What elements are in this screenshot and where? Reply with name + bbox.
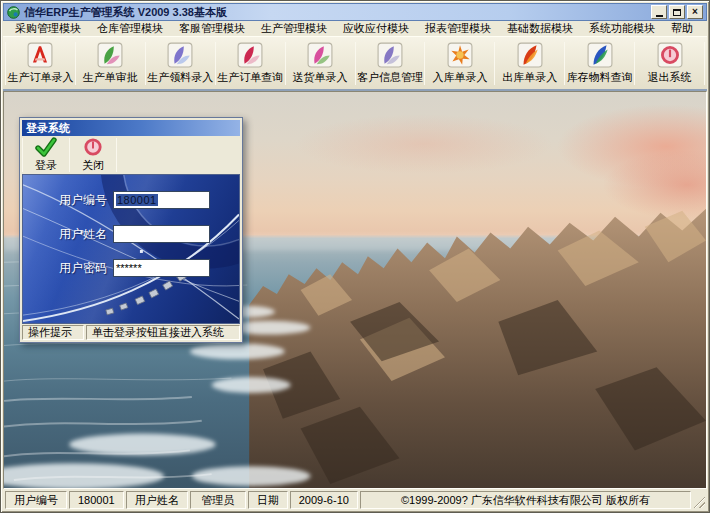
hint-label: 操作提示 bbox=[22, 325, 84, 340]
status-user-id-label: 用户编号 bbox=[5, 491, 67, 509]
resize-grip[interactable] bbox=[692, 495, 705, 508]
password-label: 用户密码 bbox=[59, 260, 109, 277]
window-controls: × bbox=[651, 5, 703, 19]
status-date-value: 2009-6-10 bbox=[290, 491, 358, 509]
toolbar-button-label: 入库单录入 bbox=[432, 70, 487, 85]
toolbar-button-label: 送货单录入 bbox=[293, 70, 348, 85]
status-user-name-label: 用户姓名 bbox=[126, 491, 188, 509]
menubar: 采购管理模块 仓库管理模块 客服管理模块 生产管理模块 应收应付模块 报表管理模… bbox=[3, 21, 707, 36]
lily-icon bbox=[237, 42, 263, 68]
client-area: 登录系统 登录 关闭 bbox=[3, 91, 707, 489]
password-input[interactable] bbox=[113, 259, 210, 277]
close-dialog-button-label: 关闭 bbox=[82, 158, 104, 173]
toolbar-button-delivery-note-entry[interactable]: 送货单录入 bbox=[286, 38, 355, 89]
titlebar: 信华ERP生产管理系统 V2009 3.38基本版 × bbox=[3, 3, 707, 21]
toolbar-button-label: 客户信息管理 bbox=[357, 70, 423, 85]
copyright-text: ©1999-2009? 广东信华软件科技有限公司 版权所有 bbox=[360, 491, 691, 509]
user-name-label: 用户姓名 bbox=[59, 226, 109, 243]
burst-icon bbox=[447, 42, 473, 68]
menu-item-customer-service[interactable]: 客服管理模块 bbox=[171, 20, 253, 37]
flower-icon bbox=[97, 42, 123, 68]
toolbar-button-label: 退出系统 bbox=[648, 70, 692, 85]
menu-item-base-data[interactable]: 基础数据模块 bbox=[499, 20, 581, 37]
toolbar-button-production-order-entry[interactable]: 生产订单录入 bbox=[6, 38, 75, 89]
login-button[interactable]: 登录 bbox=[23, 136, 69, 174]
toolbar-button-label: 生产订单查询 bbox=[217, 70, 283, 85]
hint-text: 单击登录按钮直接进入系统 bbox=[86, 325, 240, 340]
toolbar-button-material-issue-entry[interactable]: 生产领料录入 bbox=[146, 38, 215, 89]
power-icon bbox=[657, 42, 683, 68]
toolbar-button-label: 生产订单录入 bbox=[7, 70, 73, 85]
menu-item-system[interactable]: 系统功能模块 bbox=[581, 20, 663, 37]
user-name-input[interactable] bbox=[113, 225, 210, 243]
toolbar-button-label: 生产单审批 bbox=[83, 70, 138, 85]
statusbar: 用户编号 180001 用户姓名 管理员 日期 2009-6-10 ©1999-… bbox=[3, 489, 707, 510]
close-button[interactable]: × bbox=[687, 5, 703, 19]
login-dialog-body: 用户编号 180001 用户姓名 用户密码 bbox=[22, 174, 240, 324]
user-id-selected-text: 180001 bbox=[116, 194, 158, 206]
toolbar-button-label: 库存物料查询 bbox=[567, 70, 633, 85]
user-id-input[interactable]: 180001 bbox=[113, 191, 210, 209]
close-icon: × bbox=[692, 7, 698, 17]
login-dialog-toolbar: 登录 关闭 bbox=[22, 136, 240, 174]
toolbar-button-customer-info-management[interactable]: 客户信息管理 bbox=[356, 38, 425, 89]
flower-icon bbox=[377, 42, 403, 68]
user-id-label: 用户编号 bbox=[59, 192, 109, 209]
flower-icon bbox=[307, 42, 333, 68]
menu-item-production[interactable]: 生产管理模块 bbox=[253, 20, 335, 37]
feather-icon bbox=[587, 42, 613, 68]
status-date-label: 日期 bbox=[248, 491, 288, 509]
app-window: 信华ERP生产管理系统 V2009 3.38基本版 × 采购管理模块 仓库管理模… bbox=[0, 0, 710, 513]
menu-item-help[interactable]: 帮助 bbox=[663, 20, 701, 37]
login-dialog-statusbar: 操作提示 单击登录按钮直接进入系统 bbox=[22, 324, 240, 340]
app-icon bbox=[7, 6, 20, 19]
separator bbox=[116, 138, 117, 172]
check-icon bbox=[35, 137, 57, 157]
toolbar-button-exit-system[interactable]: 退出系统 bbox=[635, 38, 704, 89]
toolbar-button-production-order-query[interactable]: 生产订单查询 bbox=[216, 38, 285, 89]
window-title: 信华ERP生产管理系统 V2009 3.38基本版 bbox=[24, 5, 227, 20]
toolbar: 生产订单录入 生产单审批 生产领料录入 bbox=[3, 36, 707, 91]
login-dialog: 登录系统 登录 关闭 bbox=[19, 117, 243, 343]
power-icon bbox=[82, 137, 104, 157]
status-user-name-value: 管理员 bbox=[190, 491, 246, 509]
maximize-button[interactable] bbox=[669, 5, 685, 19]
maximize-icon bbox=[673, 9, 681, 16]
user-id-row: 用户编号 180001 bbox=[23, 191, 239, 209]
login-dialog-titlebar: 登录系统 bbox=[22, 120, 240, 136]
toolbar-button-inbound-entry[interactable]: 入库单录入 bbox=[425, 38, 494, 89]
menu-item-warehouse[interactable]: 仓库管理模块 bbox=[89, 20, 171, 37]
feather-icon bbox=[517, 42, 543, 68]
minimize-button[interactable] bbox=[651, 5, 667, 19]
separator bbox=[704, 42, 705, 85]
minimize-icon bbox=[656, 15, 663, 17]
status-user-id-value: 180001 bbox=[69, 491, 124, 509]
toolbar-button-stock-query[interactable]: 库存物料查询 bbox=[565, 38, 634, 89]
menu-item-reports[interactable]: 报表管理模块 bbox=[417, 20, 499, 37]
toolbar-button-production-approval[interactable]: 生产单审批 bbox=[76, 38, 145, 89]
flower-icon bbox=[167, 42, 193, 68]
ribbon-a-icon bbox=[27, 42, 53, 68]
toolbar-button-label: 出库单录入 bbox=[502, 70, 557, 85]
login-dialog-title: 登录系统 bbox=[26, 121, 70, 136]
password-row: 用户密码 bbox=[23, 259, 239, 277]
toolbar-button-outbound-entry[interactable]: 出库单录入 bbox=[495, 38, 564, 89]
user-name-row: 用户姓名 bbox=[23, 225, 239, 243]
menu-item-ar-ap[interactable]: 应收应付模块 bbox=[335, 20, 417, 37]
toolbar-button-label: 生产领料录入 bbox=[147, 70, 213, 85]
login-button-label: 登录 bbox=[35, 158, 57, 173]
close-dialog-button[interactable]: 关闭 bbox=[70, 136, 116, 174]
menu-item-purchase[interactable]: 采购管理模块 bbox=[7, 20, 89, 37]
